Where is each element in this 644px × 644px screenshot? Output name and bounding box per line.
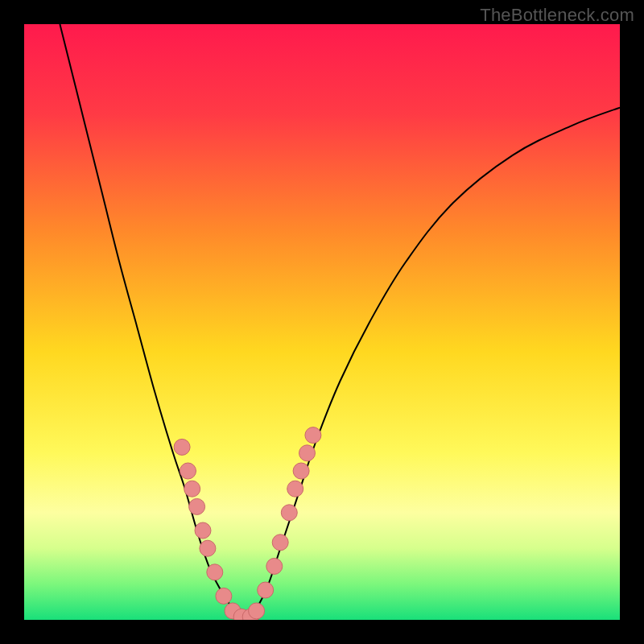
marker-point [184, 481, 200, 497]
chart-svg [24, 24, 620, 620]
marker-point [305, 427, 321, 444]
marker-point [216, 588, 232, 604]
marker-point [293, 463, 309, 479]
chart-frame: TheBottleneck.com [0, 0, 644, 644]
marker-point [287, 481, 303, 497]
plot-area [24, 24, 620, 620]
gradient-background [24, 24, 620, 620]
watermark-text: TheBottleneck.com [480, 5, 634, 26]
marker-point [180, 463, 196, 479]
marker-point [200, 540, 216, 556]
marker-point [266, 558, 283, 574]
marker-point [272, 535, 288, 551]
marker-point [281, 505, 297, 521]
marker-point [249, 603, 265, 619]
marker-point [174, 439, 190, 455]
marker-point [258, 582, 274, 598]
marker-point [189, 498, 205, 514]
marker-point [299, 445, 316, 461]
marker-point [207, 564, 223, 580]
marker-point [195, 522, 211, 539]
